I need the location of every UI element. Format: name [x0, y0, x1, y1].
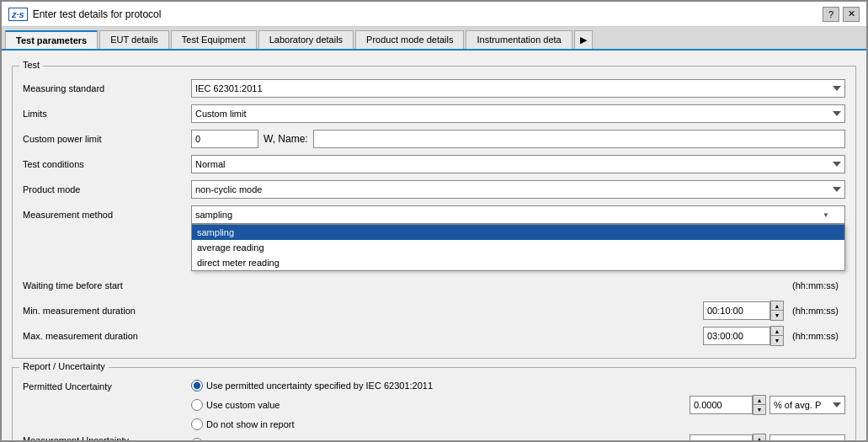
custom-power-row: Custom power limit W, Name: [23, 129, 845, 149]
test-conditions-field: Normal [191, 155, 845, 173]
measuring-standard-field: IEC 62301:2011 [191, 79, 845, 98]
tab-test-equipment[interactable]: Test Equipment [171, 30, 257, 49]
tab-overflow-button[interactable]: ▶ [574, 30, 593, 49]
permitted-option-iec-radio[interactable] [191, 380, 203, 391]
main-content: Test Measuring standard IEC 62301:2011 L… [2, 51, 866, 440]
measurement-method-dropdown-trigger[interactable]: sampling ▼ [191, 205, 845, 224]
measuring-standard-select-wrapper: IEC 62301:2011 [191, 79, 845, 98]
min-duration-hint: (hh:mm:ss) [792, 306, 839, 316]
tab-laboratory-details[interactable]: Laboratory details [258, 30, 354, 49]
measurement-method-field: sampling ▼ sampling average reading dire… [191, 205, 845, 224]
custom-power-field: W, Name: [191, 130, 845, 148]
measurement-method-option-sampling[interactable]: sampling [192, 225, 844, 240]
permitted-custom-value-spinner: ▲ ▼ [690, 395, 766, 415]
measurement-uncertainty-options: Use custom value ▲ ▼ % of avg. P [191, 434, 845, 440]
permitted-custom-unit-select[interactable]: % of avg. P [769, 396, 845, 414]
waiting-time-row: Waiting time before start (hh:mm:ss) [23, 275, 845, 296]
tab-instrumentation[interactable]: Instrumentation deta [466, 30, 572, 49]
min-duration-input[interactable] [703, 301, 770, 320]
test-section-title: Test [19, 60, 43, 70]
measurement-uncertainty-label: Measurement Uncertainty [23, 435, 191, 440]
custom-power-label: Custom power limit [23, 134, 191, 144]
waiting-time-label: Waiting time before start [23, 280, 191, 290]
permitted-option-hide-radio[interactable] [191, 418, 203, 430]
test-conditions-select[interactable]: Normal [191, 155, 845, 173]
max-duration-spinner: ▲ ▼ [703, 326, 784, 346]
custom-power-w-label: W, Name: [264, 133, 308, 145]
main-window: z·s Enter test details for protocol ? ✕ … [0, 0, 868, 442]
test-conditions-select-wrapper: Normal [191, 155, 845, 173]
measurement-custom-unit-select[interactable]: % of avg. P [769, 434, 845, 440]
permitted-custom-up-button[interactable]: ▲ [754, 396, 765, 405]
measurement-option-custom-row: Use custom value ▲ ▼ % of avg. P [191, 434, 845, 440]
permitted-option-hide-label: Do not show in report [206, 419, 295, 429]
permitted-option-iec-row: Use permitted uncertainty specified by I… [191, 380, 845, 391]
tab-bar: Test parameters EUT details Test Equipme… [2, 27, 866, 51]
limits-label: Limits [23, 109, 191, 119]
max-duration-input[interactable] [703, 327, 770, 345]
custom-power-value-input[interactable] [191, 130, 258, 148]
max-duration-label: Max. measurement duration [23, 331, 191, 341]
measuring-standard-select[interactable]: IEC 62301:2011 [191, 79, 845, 98]
measurement-method-dropdown-list: sampling average reading direct meter re… [191, 224, 845, 271]
product-mode-select-wrapper: non-cyclic mode [191, 180, 845, 199]
measurement-custom-value-input[interactable] [690, 434, 753, 440]
tab-product-mode[interactable]: Product mode details [355, 30, 464, 49]
min-duration-row: Min. measurement duration ▲ ▼ (hh:mm:ss) [23, 301, 845, 321]
help-button[interactable]: ? [823, 7, 839, 22]
product-mode-field: non-cyclic mode [191, 180, 845, 199]
test-conditions-row: Test conditions Normal [23, 154, 845, 174]
measurement-method-arrow-icon: ▼ [823, 211, 829, 219]
measurement-uncertainty-row: Measurement Uncertainty Use custom value… [23, 434, 845, 440]
custom-power-name-input[interactable] [313, 130, 845, 148]
waiting-time-hint: (hh:mm:ss) [792, 280, 839, 290]
max-duration-up-button[interactable]: ▲ [771, 327, 783, 336]
measurement-method-option-average[interactable]: average reading [192, 240, 844, 255]
title-bar-controls: ? ✕ [823, 7, 860, 22]
close-button[interactable]: ✕ [843, 7, 860, 22]
min-duration-field: ▲ ▼ (hh:mm:ss) [191, 301, 839, 321]
measurement-method-dropdown-wrapper: sampling ▼ sampling average reading dire… [191, 205, 845, 224]
limits-row: Limits Custom limit [23, 104, 845, 124]
measurement-custom-spinner-buttons: ▲ ▼ [753, 434, 766, 440]
permitted-option-custom-label: Use custom value [206, 400, 280, 410]
product-mode-label: Product mode [23, 184, 191, 194]
permitted-option-iec-label: Use permitted uncertainty specified by I… [206, 381, 433, 391]
max-duration-spinner-buttons: ▲ ▼ [770, 326, 784, 346]
permitted-uncertainty-label: Permitted Uncertainty [23, 381, 191, 391]
limits-select-wrapper: Custom limit [191, 104, 845, 123]
test-conditions-label: Test conditions [23, 159, 191, 169]
permitted-uncertainty-row: Permitted Uncertainty Use permitted unce… [23, 380, 845, 430]
app-logo: z·s [8, 8, 28, 21]
limits-select[interactable]: Custom limit [191, 104, 845, 123]
permitted-option-custom-row: Use custom value ▲ ▼ % of avg. P [191, 395, 845, 415]
measurement-option-custom-radio[interactable] [191, 438, 203, 440]
max-duration-row: Max. measurement duration ▲ ▼ (hh:mm:ss) [23, 326, 845, 346]
min-duration-down-button[interactable]: ▼ [771, 311, 783, 320]
window-title: Enter test details for protocol [33, 8, 162, 20]
permitted-custom-value-input[interactable] [690, 396, 753, 414]
measuring-standard-label: Measuring standard [23, 83, 191, 93]
max-duration-hint: (hh:mm:ss) [792, 331, 839, 341]
product-mode-select[interactable]: non-cyclic mode [191, 180, 845, 199]
tab-test-parameters[interactable]: Test parameters [5, 30, 98, 49]
title-bar-left: z·s Enter test details for protocol [8, 8, 161, 21]
max-duration-down-button[interactable]: ▼ [771, 336, 783, 345]
waiting-time-field: (hh:mm:ss) [191, 280, 839, 290]
permitted-custom-spinner-buttons: ▲ ▼ [753, 395, 766, 415]
measurement-custom-up-button[interactable]: ▲ [754, 434, 765, 440]
permitted-option-hide-row: Do not show in report [191, 418, 845, 430]
min-duration-spinner-buttons: ▲ ▼ [770, 301, 784, 321]
measurement-method-option-direct[interactable]: direct meter reading [192, 255, 844, 270]
permitted-option-custom-radio[interactable] [191, 399, 203, 411]
min-duration-up-button[interactable]: ▲ [771, 301, 783, 311]
title-bar: z·s Enter test details for protocol ? ✕ [2, 2, 866, 27]
permitted-uncertainty-options: Use permitted uncertainty specified by I… [191, 380, 845, 430]
limits-field: Custom limit [191, 104, 845, 123]
permitted-custom-down-button[interactable]: ▼ [754, 405, 765, 414]
measurement-method-label: Measurement method [23, 210, 191, 220]
report-uncertainty-title: Report / Uncertainty [19, 361, 109, 371]
report-uncertainty-section: Report / Uncertainty Permitted Uncertain… [12, 367, 856, 440]
test-section: Test Measuring standard IEC 62301:2011 L… [12, 66, 856, 359]
tab-eut-details[interactable]: EUT details [99, 30, 169, 49]
